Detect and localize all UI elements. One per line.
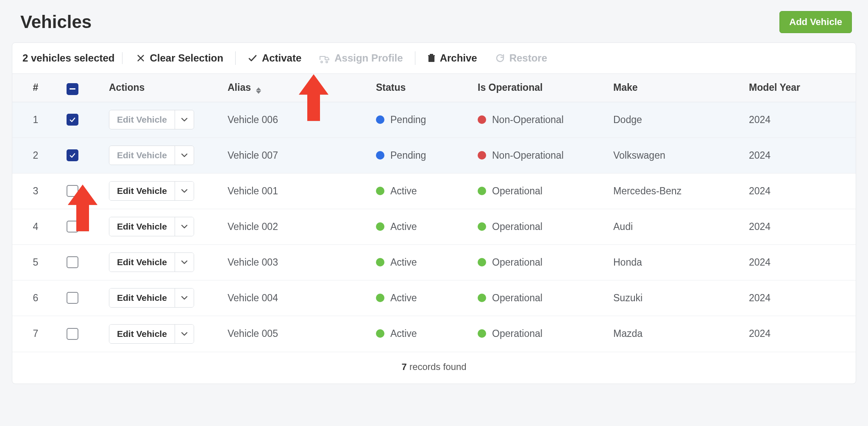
truck-gear-icon <box>319 53 330 63</box>
table-row: 3Edit VehicleVehicle 001ActiveOperationa… <box>12 174 856 209</box>
row-make: Mercedes-Benz <box>606 178 741 205</box>
status-label: Active <box>390 257 417 268</box>
row-make: Audi <box>606 213 741 240</box>
edit-vehicle-dropdown[interactable] <box>175 325 194 343</box>
record-suffix: records found <box>407 362 467 372</box>
status-dot-icon <box>376 258 384 266</box>
row-select-cell <box>59 177 101 205</box>
operational-label: Operational <box>492 221 542 232</box>
select-all-checkbox[interactable] <box>67 83 78 95</box>
separator <box>415 51 415 65</box>
clear-selection-label: Clear Selection <box>150 52 223 64</box>
table-row: 5Edit VehicleVehicle 003ActiveOperationa… <box>12 245 856 280</box>
edit-vehicle-button[interactable]: Edit Vehicle <box>109 289 175 307</box>
status-dot-icon <box>478 187 486 195</box>
col-operational[interactable]: Is Operational <box>470 82 606 93</box>
col-actions: Actions <box>101 82 220 93</box>
row-actions: Edit Vehicle <box>101 102 220 137</box>
row-model-year: 2024 <box>741 320 856 347</box>
restore-button[interactable]: Restore <box>488 50 554 66</box>
operational-label: Operational <box>492 185 542 196</box>
status-dot-icon <box>376 115 384 124</box>
add-vehicle-button[interactable]: Add Vehicle <box>779 11 852 33</box>
col-status[interactable]: Status <box>368 82 470 93</box>
row-operational: Non-Operational <box>470 142 606 169</box>
assign-profile-label: Assign Profile <box>334 52 403 64</box>
row-checkbox[interactable] <box>67 114 78 126</box>
restore-label: Restore <box>509 52 547 64</box>
col-model-year[interactable]: Model Year <box>741 82 856 93</box>
restore-icon <box>495 53 505 63</box>
status-dot-icon <box>376 151 384 160</box>
status-dot-icon <box>478 151 486 160</box>
row-make: Honda <box>606 249 741 276</box>
row-checkbox[interactable] <box>67 185 78 197</box>
row-operational: Non-Operational <box>470 106 606 133</box>
row-alias: Vehicle 005 <box>220 320 368 347</box>
chevron-down-icon <box>181 117 188 122</box>
row-checkbox[interactable] <box>67 256 78 268</box>
row-checkbox[interactable] <box>67 328 78 340</box>
status-label: Active <box>390 292 417 303</box>
row-actions: Edit Vehicle <box>101 280 220 315</box>
row-checkbox[interactable] <box>67 149 78 161</box>
row-select-cell <box>59 142 101 169</box>
activate-label: Activate <box>262 52 301 64</box>
trash-icon <box>427 53 436 63</box>
edit-vehicle-button[interactable]: Edit Vehicle <box>109 325 175 343</box>
row-checkbox[interactable] <box>67 292 78 304</box>
row-make: Suzuki <box>606 285 741 311</box>
separator <box>235 51 236 65</box>
row-select-cell <box>59 249 101 276</box>
row-checkbox[interactable] <box>67 221 78 233</box>
row-status: Active <box>368 213 470 240</box>
edit-vehicle-dropdown[interactable] <box>175 289 194 307</box>
row-model-year: 2024 <box>741 249 856 276</box>
row-model-year: 2024 <box>741 142 856 169</box>
row-alias: Vehicle 007 <box>220 142 368 169</box>
row-index: 4 <box>12 213 59 240</box>
archive-button[interactable]: Archive <box>420 50 484 66</box>
edit-vehicle-button[interactable]: Edit Vehicle <box>109 146 175 165</box>
row-actions: Edit Vehicle <box>101 174 220 208</box>
edit-vehicle-dropdown[interactable] <box>175 253 194 272</box>
clear-selection-button[interactable]: Clear Selection <box>129 50 230 66</box>
assign-profile-button[interactable]: Assign Profile <box>312 50 409 66</box>
vehicles-panel: 2 vehicles selected Clear Selection Acti… <box>12 42 856 384</box>
table-row: 2Edit VehicleVehicle 007PendingNon-Opera… <box>12 138 856 174</box>
edit-vehicle-dropdown[interactable] <box>175 110 194 129</box>
row-alias: Vehicle 003 <box>220 249 368 276</box>
check-icon <box>248 53 258 63</box>
edit-vehicle-dropdown[interactable] <box>175 217 194 236</box>
row-operational: Operational <box>470 249 606 276</box>
row-select-cell <box>59 320 101 348</box>
row-make: Dodge <box>606 106 741 133</box>
selection-count: 2 vehicles selected <box>22 52 122 64</box>
status-dot-icon <box>478 329 486 338</box>
activate-button[interactable]: Activate <box>241 50 308 66</box>
chevron-down-icon <box>181 295 188 300</box>
table-footer: 7 records found <box>12 352 856 384</box>
edit-vehicle-dropdown[interactable] <box>175 182 194 200</box>
row-index: 3 <box>12 178 59 205</box>
status-dot-icon <box>478 115 486 124</box>
row-model-year: 2024 <box>741 106 856 133</box>
table-header: # Actions Alias Status Is Operational Ma… <box>12 74 856 102</box>
table-row: 4Edit VehicleVehicle 002ActiveOperationa… <box>12 209 856 245</box>
edit-vehicle-button[interactable]: Edit Vehicle <box>109 217 175 236</box>
operational-label: Operational <box>492 292 542 303</box>
row-model-year: 2024 <box>741 285 856 311</box>
status-dot-icon <box>478 294 486 302</box>
row-index: 2 <box>12 142 59 169</box>
edit-vehicle-button[interactable]: Edit Vehicle <box>109 253 175 272</box>
chevron-down-icon <box>181 331 188 336</box>
col-make[interactable]: Make <box>606 82 741 93</box>
col-select-all[interactable] <box>59 81 101 95</box>
col-index[interactable]: # <box>12 82 59 93</box>
edit-vehicle-button[interactable]: Edit Vehicle <box>109 182 175 200</box>
row-index: 1 <box>12 106 59 133</box>
edit-vehicle-dropdown[interactable] <box>175 146 194 165</box>
edit-vehicle-button[interactable]: Edit Vehicle <box>109 110 175 129</box>
row-alias: Vehicle 001 <box>220 178 368 205</box>
col-alias[interactable]: Alias <box>220 82 368 94</box>
